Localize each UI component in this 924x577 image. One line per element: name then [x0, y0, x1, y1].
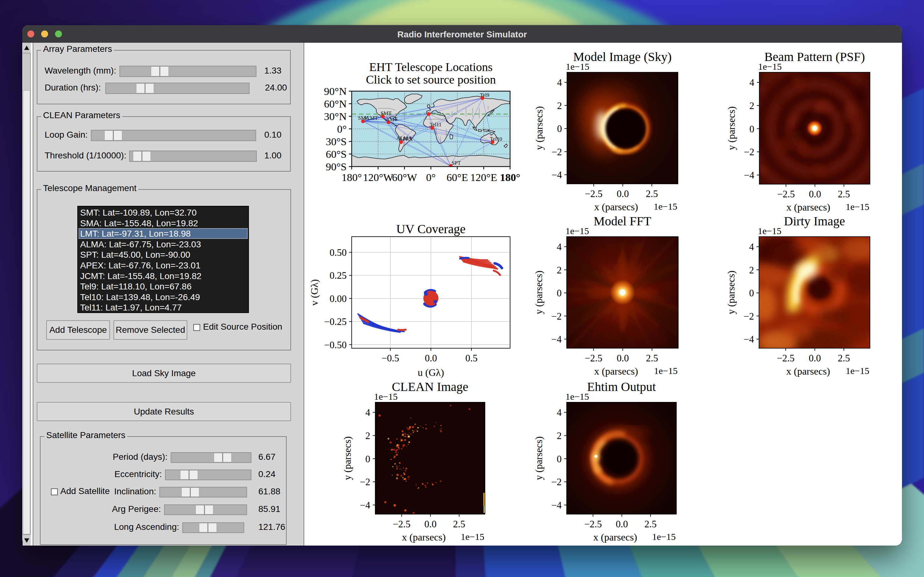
- svg-text:2: 2: [557, 430, 562, 441]
- svg-text:−2: −2: [551, 476, 562, 487]
- svg-text:Tel10: Tel10: [490, 136, 502, 142]
- svg-text:−0.5: −0.5: [382, 353, 399, 364]
- svg-text:x (parsecs): x (parsecs): [594, 201, 638, 213]
- svg-text:90°N: 90°N: [324, 85, 347, 97]
- svg-text:4: 4: [366, 407, 371, 418]
- svg-text:−2.5: −2.5: [585, 188, 603, 199]
- svg-text:y (parsecs): y (parsecs): [533, 271, 544, 314]
- svg-text:−4: −4: [743, 334, 754, 345]
- svg-text:−4: −4: [551, 334, 562, 345]
- svg-text:1e−15: 1e−15: [846, 366, 869, 376]
- svg-text:−2: −2: [551, 311, 562, 322]
- svg-text:4: 4: [557, 407, 562, 418]
- svg-text:2: 2: [750, 100, 755, 111]
- svg-text:2.5: 2.5: [646, 353, 658, 364]
- svg-text:−2.5: −2.5: [777, 353, 795, 364]
- svg-text:x (parsecs): x (parsecs): [594, 366, 638, 377]
- svg-text:x (parsecs): x (parsecs): [786, 201, 830, 213]
- svg-text:Tel11: Tel11: [430, 122, 442, 127]
- svg-text:180°: 180°: [500, 172, 521, 183]
- svg-text:90°S: 90°S: [326, 161, 347, 172]
- svg-text:−0.50: −0.50: [324, 339, 347, 350]
- svg-text:−2: −2: [744, 147, 754, 158]
- svg-text:CLEAN Image: CLEAN Image: [392, 380, 468, 394]
- svg-text:4: 4: [557, 241, 562, 252]
- svg-text:0.5: 0.5: [466, 353, 478, 364]
- svg-text:UV Coverage: UV Coverage: [396, 222, 466, 236]
- svg-text:−2: −2: [551, 147, 562, 158]
- svg-text:60°N: 60°N: [324, 98, 347, 110]
- svg-text:−2: −2: [360, 476, 370, 487]
- svg-text:0.0: 0.0: [809, 189, 821, 200]
- svg-text:30°N: 30°N: [324, 111, 347, 122]
- svg-text:−2.5: −2.5: [585, 353, 602, 364]
- svg-text:y (parsecs): y (parsecs): [533, 436, 544, 480]
- svg-text:y (parsecs): y (parsecs): [342, 436, 353, 480]
- svg-text:60°W: 60°W: [392, 172, 418, 183]
- svg-text:v (Gλ): v (Gλ): [309, 279, 320, 306]
- svg-text:0.0: 0.0: [616, 519, 628, 530]
- svg-text:0.0: 0.0: [617, 353, 629, 364]
- svg-text:−2.5: −2.5: [777, 189, 795, 200]
- svg-text:x (parsecs): x (parsecs): [593, 532, 637, 543]
- svg-text:−4: −4: [551, 500, 562, 511]
- svg-text:u (Gλ): u (Gλ): [418, 367, 444, 378]
- svg-text:1e−15: 1e−15: [654, 201, 677, 211]
- svg-text:2: 2: [557, 264, 562, 276]
- svg-text:120°E: 120°E: [470, 172, 497, 183]
- svg-text:0°: 0°: [337, 123, 347, 135]
- svg-text:1e−15: 1e−15: [846, 201, 869, 212]
- svg-text:0: 0: [557, 123, 562, 134]
- svg-text:−4: −4: [360, 500, 370, 511]
- svg-text:120°W: 120°W: [363, 172, 394, 183]
- svg-text:−4: −4: [744, 170, 754, 181]
- svg-text:SMT: SMT: [381, 110, 392, 116]
- svg-text:x (parsecs): x (parsecs): [786, 366, 830, 377]
- svg-text:30°S: 30°S: [326, 136, 347, 147]
- svg-text:Ehtim Output: Ehtim Output: [587, 380, 656, 394]
- svg-text:0.0: 0.0: [617, 188, 629, 199]
- svg-text:1e−15: 1e−15: [374, 391, 398, 401]
- svg-text:2.5: 2.5: [645, 519, 657, 530]
- svg-text:1e−15: 1e−15: [566, 61, 589, 72]
- svg-text:0.25: 0.25: [330, 270, 347, 281]
- svg-text:180°: 180°: [342, 172, 362, 183]
- svg-text:Model FFT: Model FFT: [594, 214, 651, 228]
- svg-text:SPT: SPT: [452, 160, 461, 166]
- svg-text:EHT Telescope Locations: EHT Telescope Locations: [369, 60, 493, 74]
- svg-text:60°E: 60°E: [447, 172, 468, 183]
- svg-text:2.5: 2.5: [646, 188, 658, 199]
- svg-text:1e−15: 1e−15: [758, 226, 781, 236]
- svg-text:4: 4: [750, 77, 755, 88]
- svg-text:−2.5: −2.5: [584, 519, 602, 530]
- svg-text:1e−15: 1e−15: [565, 226, 589, 236]
- svg-text:Dirty Image: Dirty Image: [784, 214, 845, 228]
- svg-text:2: 2: [749, 264, 754, 276]
- svg-text:1e−15: 1e−15: [565, 391, 589, 401]
- svg-text:y (parsecs): y (parsecs): [726, 106, 737, 150]
- svg-text:4: 4: [749, 241, 754, 252]
- svg-text:−2: −2: [743, 311, 754, 322]
- svg-text:0: 0: [749, 288, 754, 298]
- svg-text:0.00: 0.00: [330, 293, 347, 304]
- svg-text:APEX: APEX: [399, 136, 413, 142]
- svg-text:Click to set source position: Click to set source position: [366, 73, 496, 86]
- svg-text:0: 0: [557, 453, 562, 464]
- svg-text:0: 0: [366, 453, 371, 464]
- svg-text:2: 2: [557, 100, 562, 111]
- svg-text:JCMT: JCMT: [364, 115, 378, 121]
- svg-text:−0.25: −0.25: [324, 316, 347, 327]
- svg-text:0.50: 0.50: [330, 247, 347, 258]
- svg-text:0: 0: [557, 288, 562, 298]
- svg-text:y (parsecs): y (parsecs): [533, 106, 545, 150]
- svg-text:1e−15: 1e−15: [652, 532, 676, 542]
- svg-text:−2.5: −2.5: [393, 519, 410, 530]
- svg-text:x (parsecs): x (parsecs): [402, 532, 446, 543]
- svg-text:1e−15: 1e−15: [758, 61, 782, 72]
- svg-text:1e−15: 1e−15: [461, 532, 484, 542]
- svg-text:60°S: 60°S: [326, 148, 347, 160]
- svg-text:0: 0: [750, 124, 755, 134]
- svg-text:0°: 0°: [426, 172, 436, 183]
- svg-text:y (parsecs): y (parsecs): [726, 271, 737, 314]
- svg-text:Tel9: Tel9: [480, 92, 489, 98]
